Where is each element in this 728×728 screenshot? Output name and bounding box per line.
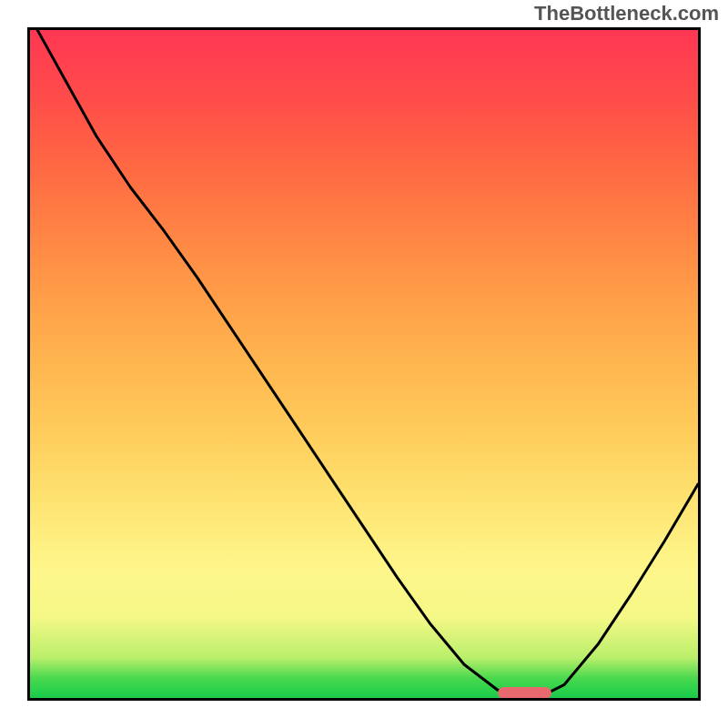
chart-container: TheBottleneck.com [0, 0, 728, 728]
optimal-marker [498, 687, 551, 699]
curve-svg [30, 30, 698, 698]
watermark-text: TheBottleneck.com [534, 2, 719, 25]
bottleneck-curve [30, 30, 698, 694]
plot-frame [27, 27, 701, 701]
